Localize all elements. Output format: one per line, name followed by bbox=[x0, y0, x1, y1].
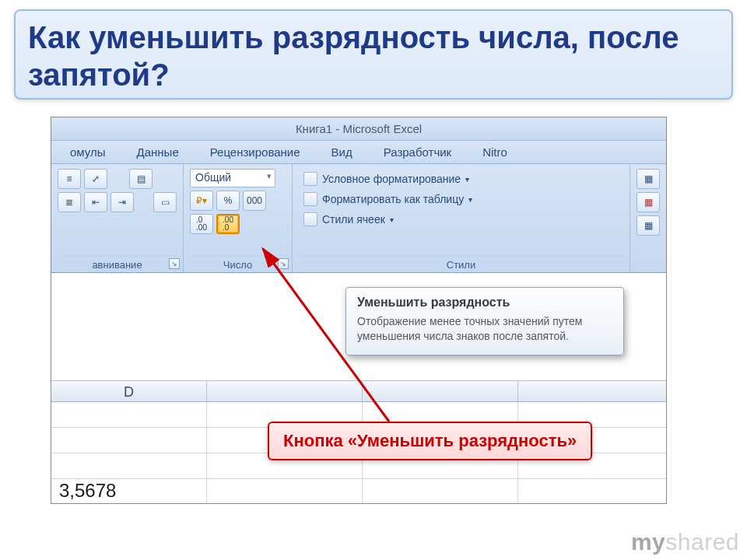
chevron-down-icon: ▾ bbox=[465, 175, 469, 184]
tab-data[interactable]: Данные bbox=[121, 145, 195, 159]
format-as-table-icon bbox=[303, 192, 317, 206]
tooltip: Уменьшить разрядность Отображение менее … bbox=[345, 287, 624, 355]
currency-icon: ₽▾ bbox=[196, 195, 207, 206]
cell-value: 3,5678 bbox=[59, 480, 116, 502]
number-dialog-launcher[interactable]: ↘ bbox=[278, 258, 289, 269]
window-title: Книга1 - Microsoft Excel bbox=[296, 122, 422, 135]
align-left-button[interactable]: ≣ bbox=[58, 192, 81, 212]
watermark: myshared bbox=[631, 529, 739, 555]
align-icon: ≡ bbox=[66, 173, 72, 184]
indent-increase-icon: ⇥ bbox=[118, 197, 126, 208]
format-cells-button[interactable]: ▦ bbox=[637, 215, 660, 236]
chevron-down-icon: ▾ bbox=[468, 195, 472, 204]
tab-developer[interactable]: Разработчик bbox=[368, 145, 467, 159]
tab-formulas[interactable]: омулы bbox=[54, 145, 121, 159]
column-header-e[interactable] bbox=[207, 381, 363, 401]
column-d-label: D bbox=[124, 384, 134, 400]
group-number: Общий ₽▾ % 000 .0.00 bbox=[184, 164, 293, 272]
tab-view[interactable]: Вид bbox=[316, 145, 368, 159]
format-as-table-button[interactable]: Форматировать как таблицу ▾ bbox=[299, 189, 623, 209]
insert-cells-icon: ▦ bbox=[644, 173, 653, 184]
thousands-button[interactable]: 000 bbox=[243, 191, 266, 211]
merge-cells-icon: ▭ bbox=[161, 197, 170, 208]
group-label-styles: Стили bbox=[299, 255, 623, 271]
column-header-g[interactable] bbox=[518, 381, 667, 401]
group-cells-truncated: ▦ ▦ ▦ bbox=[630, 164, 666, 272]
watermark-brand: my bbox=[631, 529, 665, 555]
conditional-formatting-button[interactable]: Условное форматирование ▾ bbox=[299, 169, 623, 189]
alignment-dialog-launcher[interactable]: ↘ bbox=[169, 258, 180, 269]
thousands-icon: 000 bbox=[247, 195, 262, 206]
number-format-combo[interactable]: Общий bbox=[190, 169, 275, 187]
chevron-down-icon: ▾ bbox=[390, 215, 394, 224]
group-styles: Условное форматирование ▾ Форматировать … bbox=[293, 164, 630, 272]
decrease-decimal-icon: .00.0 bbox=[223, 216, 233, 232]
callout-text: Кнопка «Уменьшить разрядность» bbox=[283, 431, 577, 450]
align-left-icon: ≣ bbox=[65, 197, 73, 208]
group-alignment: ≡ ⤢ ▤ ≣ ⇤ ⇥ ▭ авнив bbox=[51, 164, 184, 272]
column-header-d[interactable]: D bbox=[51, 381, 207, 401]
currency-button[interactable]: ₽▾ bbox=[190, 191, 213, 211]
orientation-button[interactable]: ⤢ bbox=[84, 169, 107, 189]
merge-cells-button[interactable]: ▭ bbox=[153, 192, 177, 212]
format-cells-icon: ▦ bbox=[644, 220, 653, 231]
indent-decrease-button[interactable]: ⇤ bbox=[84, 192, 107, 212]
slide-title: Как уменьшить разрядность числа, после з… bbox=[14, 9, 733, 100]
indent-decrease-icon: ⇤ bbox=[92, 197, 100, 208]
indent-increase-button[interactable]: ⇥ bbox=[110, 192, 134, 212]
decrease-decimal-button[interactable]: .00.0 bbox=[216, 214, 240, 234]
conditional-formatting-icon bbox=[303, 172, 317, 186]
conditional-formatting-label: Условное форматирование bbox=[322, 173, 461, 185]
delete-cells-icon: ▦ bbox=[644, 197, 653, 208]
wrap-text-button[interactable]: ▤ bbox=[129, 169, 153, 189]
cell-styles-icon bbox=[303, 212, 317, 226]
ribbon: ≡ ⤢ ▤ ≣ ⇤ ⇥ ▭ авнив bbox=[51, 164, 666, 273]
group-label-number: Число bbox=[190, 255, 286, 271]
wrap-text-icon: ▤ bbox=[137, 173, 146, 184]
slide-title-text: Как уменьшить разрядность числа, после з… bbox=[28, 19, 719, 93]
increase-decimal-button[interactable]: .0.00 bbox=[190, 214, 213, 234]
cell-styles-label: Стили ячеек bbox=[322, 213, 385, 226]
ribbon-tabs: омулы Данные Рецензирование Вид Разработ… bbox=[51, 141, 666, 164]
format-as-table-label: Форматировать как таблицу bbox=[322, 193, 464, 205]
orientation-icon: ⤢ bbox=[92, 173, 100, 184]
delete-cells-button[interactable]: ▦ bbox=[637, 192, 660, 212]
tooltip-title: Уменьшить разрядность bbox=[357, 296, 612, 310]
cell-styles-button[interactable]: Стили ячеек ▾ bbox=[299, 209, 623, 229]
window-title-bar: Книга1 - Microsoft Excel bbox=[51, 117, 666, 141]
callout-label: Кнопка «Уменьшить разрядность» bbox=[268, 422, 592, 460]
percent-button[interactable]: % bbox=[216, 191, 240, 211]
tab-review[interactable]: Рецензирование bbox=[195, 145, 316, 159]
increase-decimal-icon: .0.00 bbox=[196, 216, 207, 232]
tab-nitro[interactable]: Nitro bbox=[467, 145, 523, 159]
percent-icon: % bbox=[224, 195, 233, 206]
column-header-f[interactable] bbox=[363, 381, 518, 401]
tooltip-body: Отображение менее точных значений путем … bbox=[357, 314, 612, 344]
number-format-value: Общий bbox=[195, 171, 231, 184]
column-headers: D bbox=[51, 380, 666, 402]
group-label-alignment: авнивание bbox=[58, 255, 177, 271]
align-button-1[interactable]: ≡ bbox=[58, 169, 81, 189]
watermark-rest: shared bbox=[665, 529, 739, 555]
insert-cells-button[interactable]: ▦ bbox=[637, 169, 660, 189]
